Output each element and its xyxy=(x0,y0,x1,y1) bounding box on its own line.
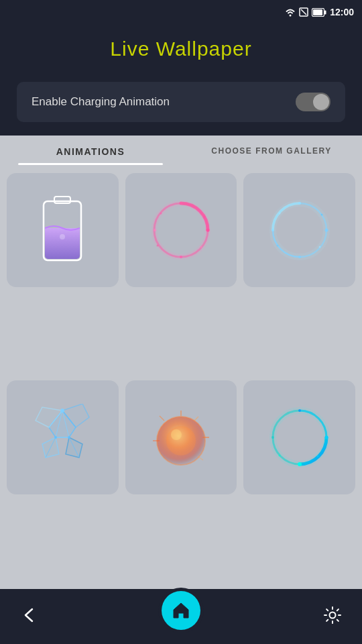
svg-point-26 xyxy=(324,229,328,232)
orb-orange-svg xyxy=(147,404,215,471)
svg-point-17 xyxy=(200,246,202,248)
svg-point-27 xyxy=(318,246,320,248)
svg-point-57 xyxy=(298,462,302,466)
shards-svg xyxy=(29,404,96,471)
svg-line-50 xyxy=(194,417,198,421)
svg-point-42 xyxy=(60,409,64,413)
svg-point-62 xyxy=(316,455,318,458)
animation-card-circle-pink[interactable] xyxy=(125,173,237,287)
bottom-nav xyxy=(0,589,362,644)
toggle-label: Enable Charging Animation xyxy=(32,95,170,109)
svg-point-25 xyxy=(320,214,322,216)
circle-cyan-svg xyxy=(263,400,337,474)
home-button-wrap xyxy=(158,588,204,633)
tab-gallery[interactable]: CHOOSE FROM GALLERY xyxy=(181,136,362,165)
svg-point-19 xyxy=(156,245,158,247)
svg-point-59 xyxy=(298,409,301,412)
status-bar: 12:00 xyxy=(0,0,362,24)
circle-pink-svg xyxy=(144,193,218,267)
tab-bar: ANIMATIONS CHOOSE FROM GALLERY xyxy=(0,136,362,165)
svg-point-47 xyxy=(166,426,196,455)
svg-point-58 xyxy=(324,436,328,439)
back-icon xyxy=(20,606,39,625)
battery-icon xyxy=(312,8,326,17)
app-title: Live Wallpaper xyxy=(110,38,251,60)
animation-card-orb-orange[interactable] xyxy=(125,380,237,494)
toggle-row: Enable Charging Animation xyxy=(17,82,345,122)
svg-point-63 xyxy=(330,612,336,619)
settings-icon xyxy=(323,606,342,625)
svg-rect-5 xyxy=(313,9,322,15)
svg-line-3 xyxy=(301,9,306,15)
tabs-section: ANIMATIONS CHOOSE FROM GALLERY xyxy=(0,136,362,165)
svg-line-53 xyxy=(160,416,164,421)
animation-card-circle-blue[interactable] xyxy=(243,173,355,287)
animation-grid xyxy=(0,165,362,589)
circle-blue-svg xyxy=(263,193,337,267)
animation-card-circle-cyan[interactable] xyxy=(243,380,355,494)
status-time: 12:00 xyxy=(330,7,354,17)
svg-point-48 xyxy=(171,429,182,440)
content-area: Live Wallpaper Enable Charging Animation… xyxy=(0,24,362,589)
svg-point-18 xyxy=(180,256,182,258)
home-icon xyxy=(171,600,191,621)
svg-point-21 xyxy=(160,213,162,215)
svg-point-11 xyxy=(60,234,65,239)
svg-rect-10 xyxy=(45,228,80,259)
svg-point-44 xyxy=(68,436,70,439)
battery-animation-svg xyxy=(36,193,89,267)
settings-button[interactable] xyxy=(323,606,342,627)
home-button[interactable] xyxy=(162,591,200,630)
tab-animations[interactable]: ANIMATIONS xyxy=(0,136,181,165)
svg-point-43 xyxy=(54,436,57,439)
animation-card-shards[interactable] xyxy=(7,380,119,494)
wifi-icon xyxy=(285,7,296,17)
animation-card-battery[interactable] xyxy=(7,173,119,287)
svg-point-20 xyxy=(154,229,156,231)
status-icons: 12:00 xyxy=(285,7,354,17)
charging-animation-toggle[interactable] xyxy=(296,93,330,111)
signal-icon xyxy=(299,7,308,17)
svg-point-1 xyxy=(290,15,292,17)
svg-point-61 xyxy=(278,455,280,457)
toggle-section: Enable Charging Animation xyxy=(0,72,362,136)
svg-rect-6 xyxy=(324,10,326,14)
header-section: Live Wallpaper xyxy=(0,24,362,72)
svg-rect-8 xyxy=(54,197,70,203)
svg-point-60 xyxy=(272,436,274,439)
back-button[interactable] xyxy=(20,606,39,627)
